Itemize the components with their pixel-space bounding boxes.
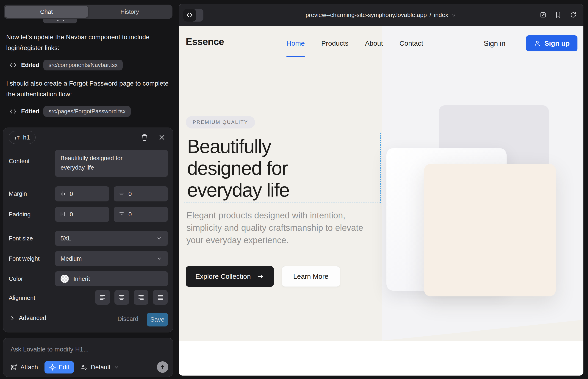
learn-more-button[interactable]: Learn More: [282, 266, 340, 287]
nav-link-about[interactable]: About: [365, 39, 383, 47]
alignment-label: Alignment: [9, 294, 35, 301]
chat-sidebar: Chat History Now let's update the Navbar…: [0, 0, 179, 379]
save-button[interactable]: Save: [147, 313, 168, 327]
target-icon: [49, 364, 56, 371]
scrolled-chip-partial: [43, 18, 77, 23]
close-panel-button[interactable]: [156, 132, 167, 143]
delete-element-button[interactable]: [139, 132, 150, 143]
send-button[interactable]: [157, 361, 168, 373]
edited-file-chip[interactable]: src/pages/ForgotPassword.tsx: [43, 106, 130, 117]
content-label: Content: [9, 158, 30, 165]
url-host: preview--charming-site-symphony.lovable.…: [306, 12, 427, 19]
preview-url-bar[interactable]: preview--charming-site-symphony.lovable.…: [179, 4, 583, 26]
text-type-icon: тT: [15, 134, 20, 141]
padding-y-input[interactable]: 0: [114, 207, 168, 222]
align-right-button[interactable]: [134, 290, 148, 305]
color-label: Color: [9, 275, 23, 283]
align-center-icon: [118, 294, 125, 301]
padding-x-input[interactable]: 0: [55, 207, 109, 222]
align-left-button[interactable]: [95, 290, 110, 305]
color-swatch-icon: [61, 275, 69, 283]
align-justify-button[interactable]: [153, 290, 168, 305]
chevron-down-icon: [156, 235, 162, 242]
tab-chat[interactable]: Chat: [5, 6, 88, 18]
code-icon: [9, 62, 17, 69]
mobile-icon: [555, 11, 562, 19]
hero-cta-row: Explore Collection Learn More: [186, 266, 340, 287]
site-navbar: Essence Home Products About Contact Sign…: [179, 26, 583, 61]
lovable-app-window: Chat History Now let's update the Navbar…: [0, 0, 588, 379]
hero-heading-selected[interactable]: Beautifully designed for everyday life: [184, 133, 381, 203]
padding-horizontal-icon: [60, 211, 66, 218]
hero-heading-text: Beautifully designed for everyday life: [187, 136, 348, 201]
model-default-select[interactable]: Default: [81, 364, 119, 371]
tab-history[interactable]: History: [88, 6, 171, 18]
chat-composer: Attach Edit: [3, 338, 173, 377]
chevron-down-icon: [156, 255, 162, 262]
selected-element-chip[interactable]: тT h1: [9, 131, 35, 144]
chevron-down-icon: [451, 13, 456, 18]
sign-up-button[interactable]: Sign up: [526, 35, 577, 51]
chat-message: Now let's update the Navbar component to…: [6, 32, 169, 53]
nav-link-contact[interactable]: Contact: [400, 39, 423, 47]
element-tag-label: h1: [23, 134, 30, 141]
align-center-button[interactable]: [114, 290, 129, 305]
refresh-button[interactable]: [570, 11, 577, 19]
image-plus-icon: [10, 364, 17, 371]
edited-label: Edited: [21, 62, 39, 69]
attach-button[interactable]: Attach: [10, 364, 38, 371]
discard-button[interactable]: Discard: [117, 316, 139, 323]
edited-file-chip[interactable]: src/components/Navbar.tsx: [43, 60, 123, 70]
padding-vertical-icon: [118, 211, 125, 218]
external-link-icon: [539, 11, 547, 19]
edit-mode-button[interactable]: Edit: [45, 361, 74, 374]
hero-card-cream: [424, 164, 556, 296]
alignment-button-group: [95, 290, 168, 305]
site-logo[interactable]: Essence: [186, 36, 224, 47]
edited-file-row: Edited src/pages/ForgotPassword.tsx: [9, 106, 131, 117]
sidebar-tabbar: Chat History: [4, 5, 172, 19]
nav-link-home[interactable]: Home: [286, 39, 305, 47]
preview-window: preview--charming-site-symphony.lovable.…: [179, 4, 583, 376]
hero-paragraph: Elegant products designed with intention…: [186, 209, 377, 246]
chevron-down-icon: [114, 364, 119, 370]
align-right-icon: [137, 294, 145, 301]
font-weight-label: Font weight: [9, 255, 39, 262]
content-textarea[interactable]: Beautifully designed for everyday life: [55, 150, 168, 177]
margin-horizontal-icon: [60, 191, 66, 197]
padding-label: Padding: [9, 211, 31, 218]
url-page: index: [434, 12, 448, 19]
margin-y-input[interactable]: 0: [114, 186, 168, 201]
margin-vertical-icon: [118, 191, 125, 197]
close-icon: [158, 134, 165, 141]
composer-toolbar: Attach Edit: [10, 361, 169, 374]
advanced-toggle[interactable]: Advanced: [10, 315, 46, 322]
explore-collection-button[interactable]: Explore Collection: [186, 266, 274, 287]
chevron-right-icon: [10, 316, 15, 321]
edited-file-row: Edited src/components/Navbar.tsx: [9, 60, 123, 70]
composer-input[interactable]: [11, 343, 162, 356]
hero-badge: PREMIUM QUALITY: [186, 116, 255, 128]
arrow-up-icon: [160, 364, 166, 370]
arrow-right-icon: [257, 273, 264, 280]
sign-in-link[interactable]: Sign in: [484, 39, 505, 48]
panel-footer: Advanced Discard Save: [3, 311, 173, 327]
edited-label: Edited: [21, 108, 39, 115]
font-size-select[interactable]: 5XL: [55, 231, 168, 246]
align-justify-icon: [157, 294, 164, 301]
chat-message: I should also create a Forgot Password p…: [6, 78, 169, 100]
mobile-preview-button[interactable]: [555, 11, 562, 19]
url-separator: /: [430, 12, 431, 19]
user-icon: [534, 40, 541, 47]
font-weight-select[interactable]: Medium: [55, 251, 168, 266]
element-editor-panel: тT h1 Content: [3, 127, 173, 332]
open-external-button[interactable]: [539, 11, 547, 19]
nav-link-products[interactable]: Products: [321, 39, 348, 47]
color-select[interactable]: Inherit: [55, 271, 168, 286]
refresh-icon: [570, 11, 577, 19]
site-nav-links: Home Products About Contact: [286, 26, 423, 61]
preview-topbar: preview--charming-site-symphony.lovable.…: [179, 4, 583, 26]
site-canvas: Essence Home Products About Contact Sign…: [179, 26, 583, 376]
margin-x-input[interactable]: 0: [55, 186, 109, 201]
sliders-icon: [81, 364, 88, 371]
